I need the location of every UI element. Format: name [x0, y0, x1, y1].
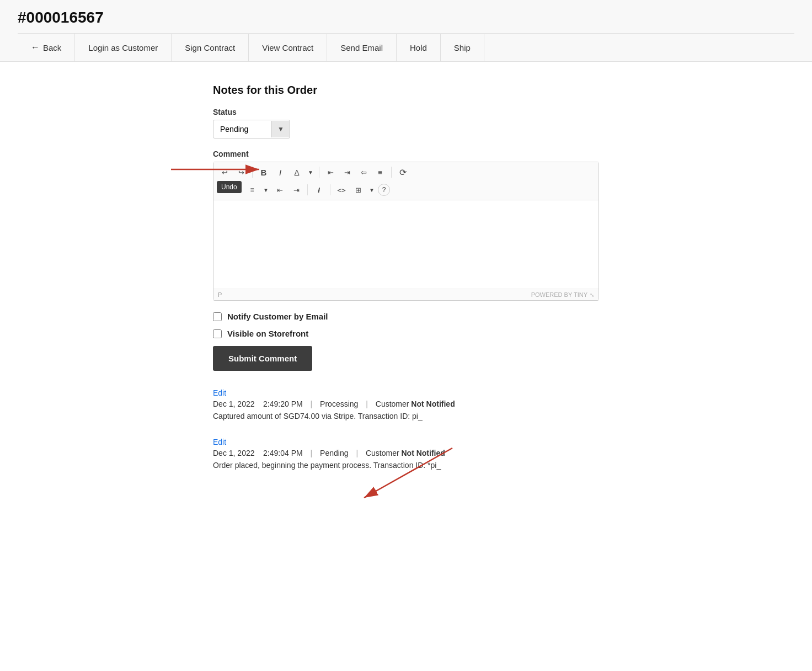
nav-item-ship[interactable]: Ship: [441, 34, 484, 61]
editor-brand: POWERED BY TINY ⤡: [531, 291, 594, 298]
editor-path: P: [218, 291, 222, 298]
nav-label-sign: Sign Contract: [185, 43, 235, 52]
history-time-2: 2:49:04 PM: [263, 449, 303, 457]
editor-toolbar: ↩ Undo ↪ B I A ▼ ⇤ ⇥ ⇦ ≡: [213, 162, 599, 200]
history-meta-2: Dec 1, 2022 2:49:04 PM | Pending | Custo…: [213, 449, 599, 457]
toolbar-divider-4: [307, 184, 308, 195]
bullet-list-button[interactable]: ☰: [217, 182, 232, 198]
history-time-1: 2:49:20 PM: [263, 400, 303, 408]
history-entry-2: Edit Dec 1, 2022 2:49:04 PM | Pending | …: [213, 438, 599, 471]
comment-label: Comment: [213, 150, 599, 158]
history-status-2: Pending: [320, 449, 348, 457]
numbered-list-button[interactable]: ≡: [244, 182, 260, 198]
table-button[interactable]: ⊞: [350, 182, 366, 198]
history-meta-1: Dec 1, 2022 2:49:20 PM | Processing | Cu…: [213, 400, 599, 408]
underline-button[interactable]: A: [289, 164, 304, 180]
history-comment-1: Captured amount of SGD74.00 via Stripe. …: [213, 411, 599, 422]
visible-storefront-checkbox[interactable]: [213, 329, 222, 338]
status-label: Status: [213, 108, 599, 116]
history-entry-1: Edit Dec 1, 2022 2:49:20 PM | Processing…: [213, 388, 599, 422]
nav-bar: ← Back Login as Customer Sign Contract V…: [18, 33, 794, 61]
back-arrow-icon: ←: [31, 42, 40, 52]
visible-storefront-row: Visible on Storefront: [213, 329, 599, 338]
history-customer-label-2: Customer: [366, 449, 402, 457]
nav-label-ship: Ship: [454, 43, 471, 52]
nav-item-back[interactable]: ← Back: [18, 34, 75, 61]
notify-customer-checkbox[interactable]: [213, 312, 222, 321]
notes-panel: Notes for this Order Status Pending Proc…: [213, 84, 599, 487]
notify-customer-label[interactable]: Notify Customer by Email: [227, 312, 328, 321]
status-dropdown-wrapper[interactable]: Pending Processing Complete Cancelled ▼: [213, 120, 290, 139]
visible-storefront-label[interactable]: Visible on Storefront: [227, 329, 308, 338]
nav-label-back: Back: [43, 43, 61, 52]
undo-button[interactable]: ↩: [217, 164, 232, 180]
comment-editor: ↩ Undo ↪ B I A ▼ ⇤ ⇥ ⇦ ≡: [213, 162, 599, 301]
history-notified-1: Not Notified: [411, 400, 455, 408]
align-right-button[interactable]: ⇦: [356, 164, 371, 180]
align-center-button[interactable]: ⇥: [339, 164, 355, 180]
table-chevron[interactable]: ▼: [367, 182, 377, 198]
nav-label-view: View Contract: [262, 43, 313, 52]
nav-item-sign-contract[interactable]: Sign Contract: [172, 34, 249, 61]
align-justify-button[interactable]: ≡: [372, 164, 388, 180]
undo-tooltip-wrapper: ↩ Undo: [217, 164, 232, 180]
toolbar-divider-2: [319, 167, 319, 178]
history-edit-link-1[interactable]: Edit: [213, 388, 599, 397]
history-sep-4: |: [356, 449, 358, 457]
nav-item-hold[interactable]: Hold: [397, 34, 441, 61]
history-sep-1: |: [311, 400, 313, 408]
status-dropdown-chevron[interactable]: ▼: [271, 121, 290, 137]
notify-customer-row: Notify Customer by Email: [213, 312, 599, 321]
toolbar-divider-1: [252, 167, 253, 178]
history-comment-2: Order placed, beginning the payment proc…: [213, 460, 599, 471]
main-content: Notes for this Order Status Pending Proc…: [0, 62, 812, 509]
clear-format-button[interactable]: I: [311, 182, 327, 198]
history-status-1: Processing: [320, 400, 358, 408]
numbered-list-chevron[interactable]: ▼: [261, 182, 271, 198]
history-button[interactable]: ⟳: [395, 164, 410, 180]
align-left-button[interactable]: ⇤: [323, 164, 338, 180]
tiny-brand-label: POWERED BY TINY: [531, 291, 587, 298]
code-button[interactable]: <>: [334, 182, 349, 198]
nav-label-login: Login as Customer: [88, 43, 158, 52]
history-date-2: Dec 1, 2022: [213, 449, 255, 457]
toolbar-row-1: ↩ Undo ↪ B I A ▼ ⇤ ⇥ ⇦ ≡: [217, 164, 595, 180]
nav-item-send-email[interactable]: Send Email: [327, 34, 397, 61]
history-sep-3: |: [311, 449, 313, 457]
nav-label-email: Send Email: [340, 43, 383, 52]
font-color-chevron[interactable]: ▼: [306, 164, 316, 180]
notes-title: Notes for this Order: [213, 84, 599, 97]
nav-item-login-as-customer[interactable]: Login as Customer: [75, 34, 172, 61]
submit-comment-button[interactable]: Submit Comment: [213, 346, 312, 371]
italic-button[interactable]: I: [273, 164, 288, 180]
bold-button[interactable]: B: [256, 164, 271, 180]
status-select[interactable]: Pending Processing Complete Cancelled: [213, 120, 271, 138]
redo-button[interactable]: ↪: [233, 164, 249, 180]
order-id: #000016567: [18, 9, 794, 33]
history-edit-link-2[interactable]: Edit: [213, 438, 599, 446]
toolbar-divider-5: [330, 184, 330, 195]
outdent-button[interactable]: ⇤: [272, 182, 287, 198]
history-notified-2: Not Notified: [401, 449, 445, 457]
resize-icon: ⤡: [590, 292, 594, 298]
toolbar-row-2: ☰ ▼ ≡ ▼ ⇤ ⇥ I <> ⊞ ▼ ?: [217, 182, 595, 198]
history-sep-2: |: [366, 400, 368, 408]
nav-item-view-contract[interactable]: View Contract: [249, 34, 327, 61]
history-customer-label-1: Customer: [376, 400, 412, 408]
indent-button[interactable]: ⇥: [289, 182, 304, 198]
editor-footer: P POWERED BY TINY ⤡: [213, 289, 599, 300]
toolbar-divider-3: [391, 167, 392, 178]
editor-body[interactable]: [213, 200, 599, 289]
help-button[interactable]: ?: [378, 184, 390, 196]
nav-label-hold: Hold: [410, 43, 427, 52]
bullet-list-chevron[interactable]: ▼: [233, 182, 243, 198]
page-header: #000016567 ← Back Login as Customer Sign…: [0, 0, 812, 62]
history-date-1: Dec 1, 2022: [213, 400, 255, 408]
